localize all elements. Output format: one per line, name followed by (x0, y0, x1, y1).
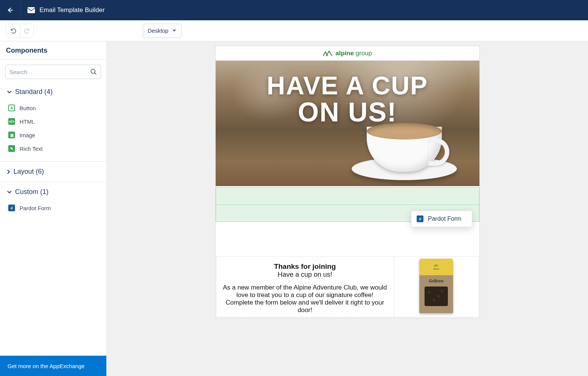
component-image[interactable]: ▣ Image (0, 128, 106, 142)
hero-text: HAVE A CUP ON US! (216, 73, 479, 127)
svg-point-1 (91, 69, 95, 73)
content-body: As a new member of the Alpine Adventure … (222, 284, 388, 314)
group-label: Layout (6) (14, 168, 44, 176)
undo-button[interactable] (6, 24, 20, 38)
drag-ghost-label: Pardot Form (428, 215, 461, 222)
hero-block[interactable]: alpine group HAVE A CUP ON US! (216, 46, 479, 186)
group-standard-header[interactable]: Standard (4) (0, 84, 106, 100)
component-button[interactable]: A Button (0, 101, 106, 115)
email-template[interactable]: alpine group HAVE A CUP ON US! (215, 46, 480, 318)
group-label: Standard (4) (15, 88, 53, 96)
search-input[interactable] (9, 69, 90, 75)
product-image-cell[interactable]: alpine GoBrew (394, 256, 479, 317)
group-layout-header[interactable]: Layout (6) (0, 164, 106, 179)
coffee-cup-graphic (355, 124, 457, 180)
group-custom-header[interactable]: Custom (1) (0, 184, 106, 200)
content-text-cell[interactable]: Thanks for joining Have a cup on us! As … (216, 256, 394, 317)
richtext-icon: ✎ (8, 145, 15, 152)
appexchange-button[interactable]: Get more on the AppExchange (0, 356, 106, 376)
search-icon (90, 68, 97, 75)
component-label: Pardot Form (20, 205, 51, 211)
logo-text: alpine group (336, 50, 372, 57)
redo-icon (24, 27, 30, 34)
chevron-down-icon (172, 29, 177, 32)
svg-rect-0 (27, 7, 35, 13)
page-title: Email Template Builder (39, 6, 105, 14)
content-title: Thanks for joining (222, 262, 388, 271)
group-label: Custom (1) (15, 188, 48, 196)
back-button[interactable] (0, 0, 21, 20)
drag-ghost[interactable]: ⚡ Pardot Form (411, 211, 472, 227)
canvas-area: alpine group HAVE A CUP ON US! (107, 41, 588, 376)
undo-redo-group (6, 24, 34, 38)
view-mode-select[interactable]: Desktop (143, 24, 181, 38)
chevron-down-icon (7, 90, 12, 94)
component-label: HTML (20, 118, 35, 125)
html-icon: </> (8, 118, 15, 125)
bag-logo-text: alpine (433, 268, 439, 270)
coffee-bag-graphic: alpine GoBrew (419, 259, 453, 313)
component-label: Rich Text (20, 146, 42, 152)
view-mode-label: Desktop (148, 27, 168, 34)
undo-icon (10, 27, 17, 34)
app-header: Email Template Builder (0, 0, 588, 20)
redo-button[interactable] (20, 24, 33, 38)
chevron-down-icon (7, 190, 12, 194)
components-sidebar: Components Standard (4) A Button </> (0, 41, 107, 376)
bag-brand: GoBrew (419, 279, 453, 283)
divider (0, 182, 106, 182)
lightning-icon: ⚡ (8, 205, 15, 211)
image-icon: ▣ (8, 132, 15, 138)
chevron-right-icon (7, 169, 11, 174)
mail-icon (27, 7, 35, 13)
button-icon: A (8, 105, 15, 111)
component-html[interactable]: </> HTML (0, 115, 106, 128)
component-pardot-form[interactable]: ⚡ Pardot Form (0, 201, 106, 215)
mountain-icon (434, 264, 439, 267)
component-label: Button (20, 105, 36, 111)
hero-line1: HAVE A CUP (216, 73, 479, 98)
divider (0, 161, 106, 162)
lightning-icon: ⚡ (417, 215, 423, 222)
arrow-left-icon (6, 6, 14, 14)
mountain-icon (323, 50, 333, 56)
hero-line2: ON US! (216, 98, 479, 127)
content-row[interactable]: Thanks for joining Have a cup on us! As … (216, 256, 479, 317)
content-subtitle: Have a cup on us! (222, 271, 388, 279)
component-label: Image (20, 132, 35, 138)
search-box (5, 65, 101, 79)
logo-bar: alpine group (216, 46, 479, 61)
toolbar: Desktop (0, 20, 588, 41)
sidebar-title: Components (0, 41, 106, 59)
component-richtext[interactable]: ✎ Rich Text (0, 142, 106, 155)
